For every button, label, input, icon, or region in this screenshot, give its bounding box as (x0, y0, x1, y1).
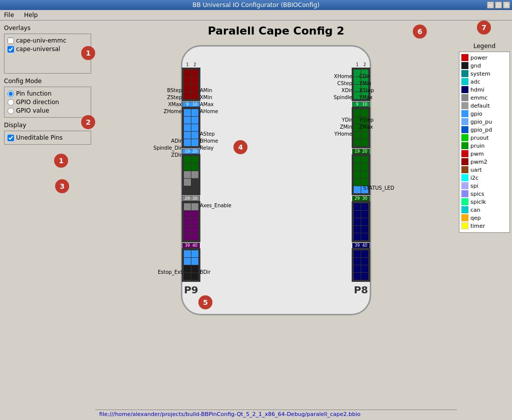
legend-gpio-pd: gpio_pd (461, 126, 507, 133)
callout-1: 1 (59, 157, 64, 165)
legend-color-spiclk (461, 198, 468, 205)
p9-label-amin: AMin (200, 87, 212, 94)
p9-label-axes-enable: Axes_Enable (200, 203, 231, 208)
p9-label-zstep: ZStep (167, 94, 182, 101)
legend-color-power (461, 54, 468, 61)
callout-6: 6 (417, 28, 422, 36)
legend-gnd: gnd (461, 62, 507, 69)
legend-color-emmc (461, 94, 468, 101)
legend-color-pruout (461, 134, 468, 141)
legend-spi: spi (461, 182, 507, 189)
p9-label-zdir: ZDir (171, 151, 182, 158)
legend-hdmi: hdmi (461, 86, 507, 93)
menu-bar: File Help (0, 10, 512, 21)
callout-7: 7 (481, 24, 486, 32)
uneditable-pins-checkbox[interactable] (8, 135, 14, 141)
menu-file[interactable]: File (2, 11, 16, 19)
p9-label-xmin: XMin (200, 94, 212, 101)
legend-color-adc (461, 78, 468, 85)
p8-label-status-led: STATUS_LED (363, 185, 394, 191)
radio-gpio-value[interactable] (8, 108, 14, 114)
p9-label-amax: AMax (200, 101, 214, 108)
overlay-cape-universal-checkbox[interactable] (8, 46, 14, 53)
legend-timer: timer (461, 222, 507, 229)
legend-gpio: gpio (461, 110, 507, 117)
callout-5: 5 (203, 298, 208, 306)
overlay-cape-univ-emmc-checkbox[interactable] (8, 38, 14, 44)
p8-label-ydir: YDir (342, 116, 352, 123)
legend-title: Legend (459, 43, 510, 50)
radio-pin-function[interactable] (8, 91, 14, 97)
legend-i2c: i2c (461, 174, 507, 181)
overlay-cape-universal-label: cape-universal (16, 46, 60, 53)
callout-4: 4 (238, 143, 243, 151)
legend-power: power (461, 54, 507, 61)
p9-label-bdir: BDir (200, 269, 210, 275)
p8-label-xhome: XHome (334, 73, 352, 80)
p9-label-adir: ADir (171, 137, 182, 144)
center-area: Paralell Cape Config 2 6 1 2 (95, 21, 457, 418)
legend-color-pwm2 (461, 158, 468, 165)
p8-label-cdir: CDir (359, 73, 370, 80)
legend-pruin: pruin (461, 142, 507, 149)
legend-color-system (461, 70, 468, 77)
p8-pin-grid-lowermid[interactable] (352, 201, 370, 242)
legend-color-gpio-pu (461, 118, 468, 125)
legend-can: can (461, 206, 507, 213)
menu-help[interactable]: Help (22, 11, 40, 19)
p8-label-ymax: YMax (359, 94, 373, 101)
legend-box: power gnd system adc hdmi (459, 52, 510, 233)
legend-color-i2c (461, 174, 468, 181)
legend-color-gpio (461, 110, 468, 117)
p9-pin-grid-top[interactable] (182, 68, 200, 101)
legend-uart: uart (461, 166, 507, 173)
legend-pruout: pruout (461, 134, 507, 141)
legend-color-qep (461, 214, 468, 221)
restore-button[interactable]: □ (495, 2, 502, 9)
p9-pin-grid-lower[interactable] (182, 154, 200, 195)
radio-gpio-value-label: GPIO value (16, 107, 49, 114)
legend-color-uart (461, 166, 468, 173)
radio-pin-function-label: Pin function (16, 90, 52, 97)
p9-label-bstep: BStep (167, 87, 182, 94)
overlay-cape-univ-emmc-label: cape-univ-emmc (16, 37, 66, 44)
p9-label-relay: Relay (200, 144, 213, 151)
p9-label-astep: AStep (200, 130, 215, 137)
legend-adc: adc (461, 78, 507, 85)
window-title: BB Universal IO Configurator (BBIOConfig… (192, 2, 319, 9)
config-mode-label: Config Mode (4, 78, 91, 85)
status-text: file:///home/alexander/projects/build-BB… (99, 411, 361, 417)
p8-label-zmin: ZMin (340, 123, 352, 130)
p8-label-zmax: ZMax (359, 123, 373, 130)
legend-color-pwm (461, 150, 468, 157)
legend-color-timer (461, 222, 468, 229)
legend-color-hdmi (461, 86, 468, 93)
title-bar: BB Universal IO Configurator (BBIOConfig… (0, 0, 512, 10)
legend-color-pruin (461, 142, 468, 149)
p8-connector-label: P8 (354, 284, 368, 296)
close-button[interactable]: × (503, 2, 510, 9)
p9-label-spindle-dir: Spindle_Dir (153, 144, 182, 151)
legend-spiclk: spiclk (461, 198, 507, 205)
legend-color-gnd (461, 62, 468, 69)
left-panel: Overlays cape-univ-emmc cape-universal C… (0, 21, 95, 418)
p9-pin-grid-bottom[interactable] (182, 248, 200, 282)
status-bar: file:///home/alexander/projects/build-BB… (95, 409, 457, 418)
p9-pin-grid-lowermid[interactable] (182, 201, 200, 242)
legend-system: system (461, 70, 507, 77)
legend-pwm2: pwm2 (461, 158, 507, 165)
legend-default: default (461, 102, 507, 109)
legend-color-default (461, 102, 468, 109)
legend-emmc: emmc (461, 94, 507, 101)
overlays-label: Overlays (4, 25, 91, 32)
p8-pin-grid-bottom[interactable] (352, 248, 370, 282)
p9-label-zhome: ZHome (164, 108, 182, 115)
p9-label-estop-ext: Estop_Ext (158, 269, 182, 275)
p9-pin-grid-mid[interactable] (182, 107, 200, 148)
radio-gpio-direction[interactable] (8, 99, 14, 106)
p9-label-ahome: AHome (200, 108, 218, 115)
legend-color-spi (461, 182, 468, 189)
minimize-button[interactable]: − (487, 2, 494, 9)
board-title: Paralell Cape Config 2 (208, 25, 345, 37)
p9-label-xmax: XMax (168, 101, 182, 108)
